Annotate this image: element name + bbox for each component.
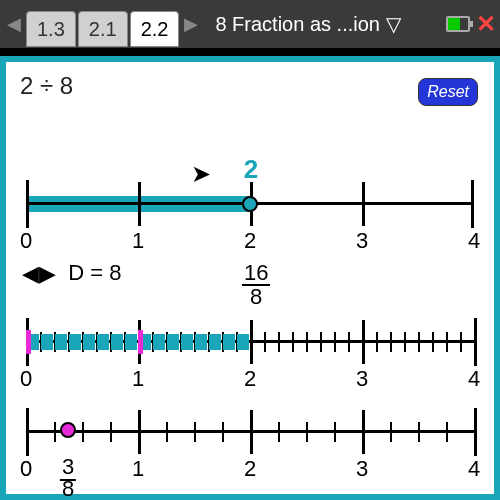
- close-icon[interactable]: ✕: [476, 10, 496, 38]
- divisor-stepper[interactable]: ◀▶: [22, 261, 56, 287]
- number-line-3[interactable]: 0 38 1 2 3 4: [26, 410, 474, 500]
- divisor-label: D = 8: [68, 260, 121, 285]
- line2-labels: 0 1 2 3 4: [26, 366, 474, 392]
- line3-point[interactable]: [60, 422, 76, 438]
- line3-fraction: 38: [60, 456, 76, 500]
- line1-value-label: 2: [244, 154, 258, 185]
- document-title[interactable]: 8 Fraction as ...ion ▽: [215, 12, 444, 36]
- reset-button[interactable]: Reset: [418, 78, 478, 106]
- line1-handle[interactable]: [242, 196, 258, 212]
- top-bar: ◀ 1.3 2.1 2.2 ▶ 8 Fraction as ...ion ▽ ✕: [0, 0, 500, 48]
- activity-canvas: 2 ÷ 8 Reset ➤ 2 0 1 2 3 4 ◀▶ D = 8 16 8: [0, 56, 500, 500]
- tab-2[interactable]: 2.1: [78, 11, 128, 47]
- battery-icon: [446, 16, 470, 32]
- number-line-1[interactable]: 0 1 2 3 4: [26, 182, 474, 254]
- tab-3[interactable]: 2.2: [130, 11, 180, 47]
- line3-labels: 0 38 1 2 3 4: [26, 456, 474, 500]
- divisor-row: ◀▶ D = 8: [22, 260, 121, 287]
- line2-value-fraction: 16 8: [242, 262, 270, 308]
- next-tab-arrow[interactable]: ▶: [181, 8, 201, 40]
- line1-labels: 0 1 2 3 4: [26, 228, 474, 254]
- number-line-2[interactable]: 0 1 2 3 4: [26, 320, 474, 392]
- expression: 2 ÷ 8: [20, 72, 480, 100]
- tab-1[interactable]: 1.3: [26, 11, 76, 47]
- prev-tab-arrow[interactable]: ◀: [4, 8, 24, 40]
